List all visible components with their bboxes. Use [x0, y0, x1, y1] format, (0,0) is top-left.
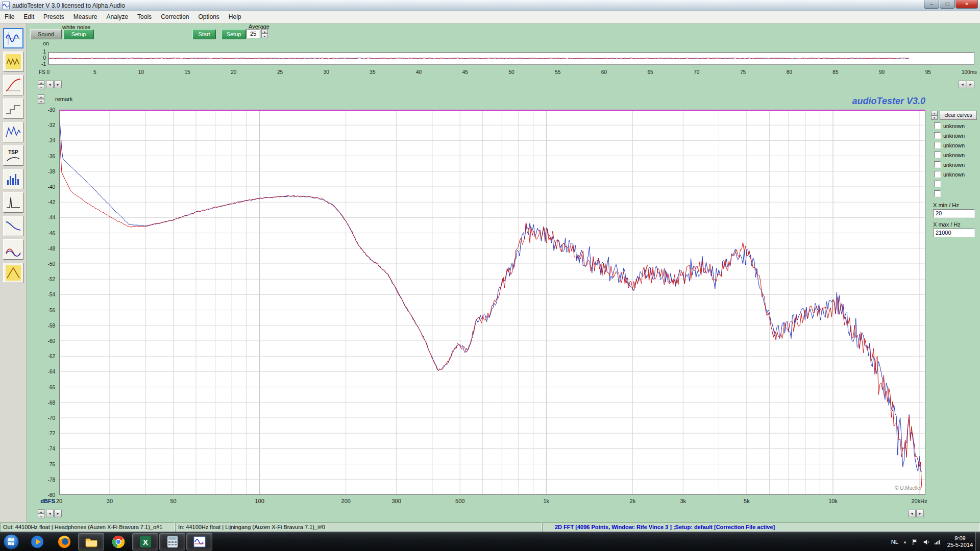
signal-generator-tool-button[interactable] — [3, 52, 23, 72]
clear-curves-button[interactable]: clear curves — [940, 111, 977, 120]
curve-checkbox[interactable] — [934, 142, 941, 148]
clock[interactable]: 9:09 25-5-2014 — [947, 535, 973, 548]
scope-x-tick-label: 50 — [508, 69, 514, 75]
menu-options[interactable]: Options — [193, 11, 224, 23]
spectrum-y-tick-label: -70 — [31, 415, 55, 421]
menu-presets[interactable]: Presets — [39, 11, 69, 23]
hidden-icons-chevron-icon[interactable]: ▲ — [903, 540, 907, 544]
close-button[interactable]: ✕ — [955, 0, 978, 9]
curve-checkbox-empty[interactable] — [934, 181, 941, 187]
distortion-tool-button[interactable] — [3, 239, 23, 260]
up-arrow-icon[interactable]: ▲ — [261, 29, 268, 34]
down-arrow-icon[interactable]: ▼ — [931, 115, 938, 120]
chart-scroll-left-button[interactable]: ◄ — [46, 510, 54, 517]
tsp-tool-button[interactable]: TSP — [3, 145, 23, 166]
chart-zoom-stepper[interactable]: ▲ ▼ — [38, 509, 44, 518]
menu-measure[interactable]: Measure — [69, 11, 102, 23]
remark-label[interactable]: remark — [55, 96, 72, 102]
clock-time: 9:09 — [947, 535, 973, 542]
spectrum-x-tick-label: 30 — [107, 498, 113, 504]
up-arrow-icon[interactable]: ▲ — [931, 111, 938, 115]
firefox-taskbar-button[interactable] — [51, 533, 77, 550]
sweep-tool-button[interactable] — [3, 75, 23, 95]
x-max-input[interactable]: 21000 — [933, 229, 975, 237]
curve-checkbox[interactable] — [934, 152, 941, 158]
curve-checkbox[interactable] — [934, 161, 941, 168]
menu-file[interactable]: File — [0, 11, 19, 23]
maximize-button[interactable]: ▢ — [940, 0, 955, 9]
down-arrow-icon[interactable]: ▼ — [38, 99, 44, 104]
sound-on-button[interactable]: Sound on — [30, 29, 62, 39]
spectrum-analyzer-tool-button[interactable] — [3, 122, 23, 142]
level-meter-tool-button[interactable] — [3, 263, 23, 283]
scope-zoom-stepper[interactable]: ▲ ▼ — [38, 80, 44, 89]
oscilloscope-tool-button[interactable] — [3, 28, 23, 48]
scope-scroll-left-button-2[interactable]: ◄ — [959, 81, 966, 88]
scope-x-tick-label: 75 — [740, 69, 746, 75]
curve-label: unknown — [943, 133, 965, 139]
scope-x-tick-label: 15 — [185, 69, 190, 75]
scope-x-tick-label: 20 — [231, 69, 236, 75]
action-center-flag-icon[interactable] — [912, 539, 918, 545]
minimize-button[interactable]: – — [924, 0, 939, 9]
explorer-taskbar-button[interactable] — [78, 533, 104, 550]
impulse-tool-button[interactable] — [3, 192, 23, 213]
start-button[interactable]: Start — [192, 29, 216, 39]
remark-stepper[interactable]: ▲ ▼ — [38, 94, 44, 104]
volume-icon[interactable] — [923, 539, 929, 545]
language-indicator[interactable]: NL — [891, 539, 898, 545]
menu-edit[interactable]: Edit — [19, 11, 39, 23]
chart-scroll-right-button-2[interactable]: ► — [916, 510, 924, 517]
x-min-input[interactable]: 20 — [933, 209, 975, 218]
fft-tool-button[interactable] — [3, 169, 23, 189]
curve-list-stepper[interactable]: ▲ ▼ — [931, 111, 938, 120]
curve-label: unknown — [943, 142, 965, 148]
copyright-note: © U.Mueller — [837, 485, 922, 491]
tsp-tool-icon: TSP — [5, 147, 21, 164]
spectrum-y-tick-label: -72 — [31, 431, 55, 436]
up-arrow-icon[interactable]: ▲ — [38, 80, 44, 85]
spectrum-x-tick-label: 50 — [170, 498, 176, 504]
chart-scroll-right-button[interactable]: ► — [54, 510, 62, 517]
menu-correction[interactable]: Correction — [156, 11, 193, 23]
calculator-taskbar-button[interactable] — [159, 533, 185, 550]
down-arrow-icon[interactable]: ▼ — [38, 514, 44, 518]
spectrum-y-tick-label: -58 — [31, 323, 55, 329]
network-icon[interactable] — [934, 539, 941, 545]
step-response-tool-button[interactable] — [3, 98, 23, 119]
curve-label: unknown — [943, 162, 965, 168]
curve-checkbox-empty[interactable] — [934, 190, 941, 197]
frequency-response-tool-button[interactable] — [3, 216, 23, 236]
show-desktop-button[interactable] — [975, 532, 980, 551]
menu-tools[interactable]: Tools — [133, 11, 156, 23]
excel-taskbar-button[interactable]: X — [132, 533, 158, 550]
generator-setup-button[interactable]: Setup — [63, 29, 94, 39]
curve-checkbox[interactable] — [934, 122, 941, 129]
chart-scroll-left-button-2[interactable]: ◄ — [908, 510, 916, 517]
chrome-taskbar-button[interactable] — [105, 533, 131, 550]
menu-help[interactable]: Help — [224, 11, 246, 23]
average-stepper[interactable]: ▲ ▼ — [261, 29, 268, 38]
titlebar[interactable]: audioTester V 3.0 licensed to Alpha Audi… — [0, 0, 980, 11]
spectrum-y-tick-label: -54 — [31, 292, 55, 297]
curve-checkbox[interactable] — [934, 171, 941, 178]
media-player-taskbar-button[interactable] — [24, 533, 50, 550]
menu-analyze[interactable]: Analyze — [102, 11, 133, 23]
spectrum-x-tick-label: 2k — [630, 498, 636, 504]
analyzer-setup-button[interactable]: Setup — [222, 29, 246, 39]
scope-scroll-left-button[interactable]: ◄ — [46, 81, 54, 88]
explorer-icon — [84, 535, 99, 549]
up-arrow-icon[interactable]: ▲ — [38, 509, 44, 514]
spectrum-y-tick-label: -66 — [31, 385, 55, 390]
audiotester-taskbar-button[interactable] — [186, 533, 212, 550]
scope-scroll-right-button[interactable]: ► — [54, 81, 62, 88]
up-arrow-icon[interactable]: ▲ — [38, 94, 44, 99]
start-button[interactable] — [3, 533, 20, 550]
down-arrow-icon[interactable]: ▼ — [261, 34, 268, 38]
average-input[interactable]: 25 — [247, 29, 260, 38]
scope-scroll-right-button-2[interactable]: ► — [967, 81, 974, 88]
down-arrow-icon[interactable]: ▼ — [38, 85, 44, 89]
spectrum-y-tick-label: -30 — [31, 107, 55, 113]
curve-checkbox[interactable] — [934, 132, 941, 139]
clock-date: 25-5-2014 — [947, 542, 973, 548]
